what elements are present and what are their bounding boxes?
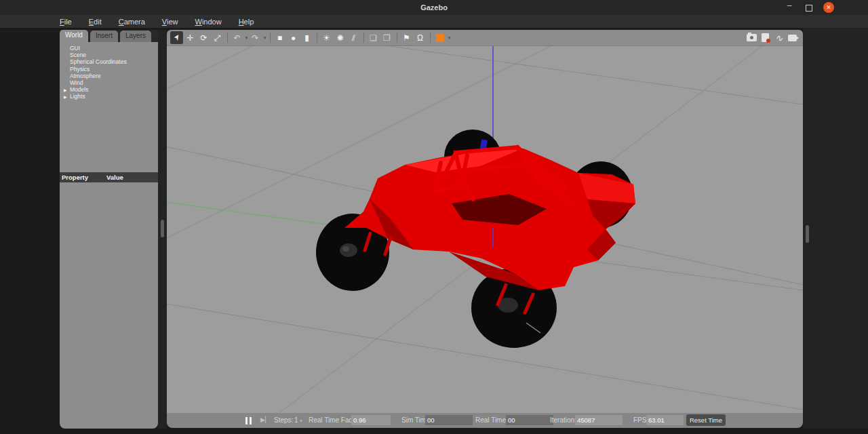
real-time-label: Real Time: [475,416,508,424]
title-bar: Gazebo – ✕ [0,0,868,15]
real-time-value: 00 00:00:49.334 [506,415,553,425]
tree-item-spherical-coordinates[interactable]: Spherical Coordinates [60,58,158,65]
tree-item-models[interactable]: ▶ Models [60,86,158,93]
property-column-header: Property [62,174,106,181]
step-forward-button[interactable]: ▶▏ [260,416,270,423]
right-collapsed-panel [803,28,868,429]
expand-arrow-icon[interactable]: ▶ [64,87,70,92]
toolbar-separator [270,33,271,43]
screenshot-camera-icon[interactable] [745,31,758,44]
world-tree: GUI Scene Spherical Coordinates Physics … [60,42,158,100]
viewport-toolbar-right: ∿ [745,31,800,44]
snap-tool-icon[interactable]: Ω [414,31,427,44]
toolbar-separator [227,33,228,43]
view-angle-caret-icon[interactable]: ▾ [447,35,452,41]
window-title: Gazebo [420,3,448,12]
sim-time-value: 00 00:00:45.087 [425,415,473,425]
align-tool-icon[interactable]: ⚑ [400,31,413,44]
copy-icon[interactable]: ❏ [367,31,380,44]
tree-item-scene[interactable]: Scene [60,52,158,58]
paste-icon[interactable]: ❐ [380,31,393,44]
menu-camera[interactable]: Camera [119,18,145,26]
toolbar-separator [317,33,317,43]
scene-render [167,46,803,413]
property-table-header: Property Value [60,172,158,182]
steps-caret-icon: ▾ [300,418,302,423]
plot-icon[interactable]: ∿ [772,31,785,44]
view-angle-icon[interactable] [433,31,446,44]
menu-help[interactable]: Help [239,18,254,26]
undo-icon[interactable]: ↶ [231,31,243,44]
rtf-value: 0.96 [351,415,391,425]
scale-tool-icon[interactable]: ⤢ [211,31,224,44]
menu-bar: File Edit Camera View Window Help [0,15,868,28]
select-tool-icon[interactable]: ➤ [170,31,183,44]
fps-value: 63.01 [646,415,684,425]
scene-canvas[interactable] [167,46,803,413]
world-panel: GUI Scene Spherical Coordinates Physics … [60,42,158,429]
menu-file[interactable]: File [60,18,72,26]
minimize-button[interactable]: – [784,1,795,10]
tree-item-wind[interactable]: Wind [60,79,158,86]
close-button[interactable]: ✕ [823,2,834,13]
menu-view[interactable]: View [162,18,178,26]
tab-world[interactable]: World [60,30,88,42]
insert-cylinder-icon[interactable]: ▮ [300,31,313,44]
playback-bar: ▶▏ Steps: 1 ▾ Real Time Factor: 0.96 Sim… [167,413,803,428]
translate-tool-icon[interactable]: ✛ [184,31,197,44]
toolbar-separator [397,33,397,43]
right-splitter-handle[interactable] [806,225,809,243]
iterations-value: 45087 [575,415,623,425]
reset-time-button[interactable]: Reset Time [686,414,726,426]
directional-light-icon[interactable]: ⫽ [347,31,360,44]
steps-label: Steps: [274,416,293,424]
menu-edit[interactable]: Edit [89,18,102,26]
expand-arrow-icon[interactable]: ▶ [64,94,70,99]
toolbar-separator [363,33,364,43]
redo-history-caret-icon[interactable]: ▾ [262,35,267,41]
log-record-icon[interactable] [759,31,772,44]
value-column-header: Value [106,174,123,181]
tree-item-physics[interactable]: Physics [60,66,158,73]
tab-insert[interactable]: Insert [90,31,118,42]
left-splitter[interactable] [158,30,167,429]
tree-item-lights[interactable]: ▶ Lights [60,93,158,100]
tab-layers[interactable]: Layers [120,31,151,42]
point-light-icon[interactable]: ☀ [320,31,333,44]
menu-window[interactable]: Window [195,18,222,26]
insert-sphere-icon[interactable]: ● [287,31,300,44]
undo-history-caret-icon[interactable]: ▾ [244,35,249,41]
viewport: ➤ ✛ ⟳ ⤢ ↶ ▾ ↷ ▾ ■ ● ▮ ☀ ✺ ⫽ ❏ ❐ ⚑ Ω ▾ ∿ [167,30,803,429]
redo-icon[interactable]: ↷ [249,31,262,44]
steps-value-dropdown[interactable]: 1 ▾ [294,416,302,424]
viewport-toolbar: ➤ ✛ ⟳ ⤢ ↶ ▾ ↷ ▾ ■ ● ▮ ☀ ✺ ⫽ ❏ ❐ ⚑ Ω ▾ ∿ [167,30,803,46]
video-record-icon[interactable] [786,31,799,44]
tree-item-atmosphere[interactable]: Atmosphere [60,73,158,79]
maximize-button[interactable] [806,5,812,12]
sidebar-tab-bar: World Insert Layers [60,30,158,42]
spot-light-icon[interactable]: ✺ [334,31,347,44]
pause-button[interactable] [245,417,254,425]
rotate-tool-icon[interactable]: ⟳ [197,31,210,44]
left-splitter-handle[interactable] [161,220,164,237]
insert-box-icon[interactable]: ■ [273,31,286,44]
toolbar-separator [430,33,431,43]
tree-item-gui[interactable]: GUI [60,45,158,52]
